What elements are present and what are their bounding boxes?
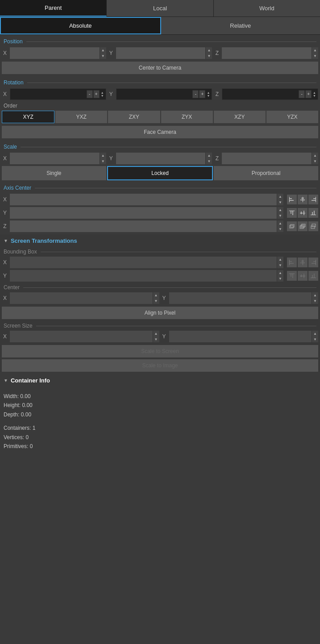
rotation-z-up[interactable]: ▲: [312, 91, 317, 94]
axis-center-y-down[interactable]: ▼: [277, 213, 283, 219]
rotation-z-minus[interactable]: -: [299, 90, 305, 98]
center-x-down[interactable]: ▼: [153, 298, 159, 304]
scale-x-arrows[interactable]: ▲ ▼: [100, 153, 106, 164]
bb-x-up[interactable]: ▲: [277, 257, 283, 262]
position-z-arrows[interactable]: ▲ ▼: [312, 47, 318, 59]
scale-z-up[interactable]: ▲: [312, 153, 318, 158]
scale-y-down[interactable]: ▼: [206, 158, 212, 164]
center-to-camera-button[interactable]: Center to Camera: [2, 62, 318, 74]
face-camera-button[interactable]: Face Camera: [2, 126, 318, 138]
center-y-up[interactable]: ▲: [312, 292, 318, 298]
bb-y-down[interactable]: ▼: [277, 276, 283, 282]
rotation-x-spinbox[interactable]: 164.9237 - + ▲ ▼: [10, 88, 106, 100]
rotation-y-up[interactable]: ▲: [206, 91, 211, 94]
layer-mid-icon[interactable]: [298, 221, 308, 231]
center-y-arrows[interactable]: ▲ ▼: [312, 292, 318, 304]
rotation-x-input[interactable]: 164.9237: [10, 89, 86, 100]
absolute-button[interactable]: Absolute: [0, 17, 161, 34]
axis-center-x-up[interactable]: ▲: [277, 194, 283, 199]
order-zxy-button[interactable]: ZXY: [108, 111, 160, 123]
container-info-chevron[interactable]: ▼: [4, 378, 8, 383]
order-xyz-button[interactable]: XYZ: [2, 111, 54, 123]
rotation-y-spinbox[interactable]: -13.9541 - + ▲ ▼: [116, 88, 212, 100]
rotation-x-up[interactable]: ▲: [100, 91, 105, 94]
world-mode-button[interactable]: World: [214, 0, 320, 17]
bb-x-down[interactable]: ▼: [277, 262, 283, 268]
order-xzy-button[interactable]: XZY: [214, 111, 266, 123]
axis-center-x-down[interactable]: ▼: [277, 199, 283, 205]
bb-align-top-icon[interactable]: [287, 271, 297, 281]
scale-z-spinbox[interactable]: 1.0 ▲ ▼: [222, 153, 318, 164]
scale-z-input[interactable]: 1.0: [222, 153, 312, 164]
axis-center-z-down[interactable]: ▼: [277, 226, 283, 232]
rotation-z-down[interactable]: ▼: [312, 94, 317, 97]
locked-scale-button[interactable]: Locked: [107, 166, 213, 180]
position-y-input[interactable]: 32.3307: [116, 47, 206, 59]
rotation-y-minus[interactable]: -: [192, 90, 199, 98]
position-x-arrows[interactable]: ▲ ▼: [100, 47, 106, 59]
order-zyx-button[interactable]: ZYX: [161, 111, 213, 123]
rotation-z-spinbox[interactable]: 65.4546 - + ▲ ▼: [222, 88, 318, 100]
rotation-y-spin[interactable]: ▲ ▼: [206, 91, 211, 97]
rotation-x-plus[interactable]: +: [93, 90, 100, 98]
position-x-up[interactable]: ▲: [100, 47, 106, 53]
screen-size-y-down[interactable]: ▼: [312, 337, 318, 342]
axis-center-x-arrows[interactable]: ▲ ▼: [277, 194, 283, 205]
center-y-down[interactable]: ▼: [312, 298, 318, 304]
center-x-spinbox[interactable]: 0 ▲ ▼: [10, 292, 159, 304]
scale-x-down[interactable]: ▼: [100, 158, 106, 164]
center-x-up[interactable]: ▲: [153, 292, 159, 298]
screen-size-x-arrows[interactable]: ▲ ▼: [153, 331, 159, 342]
screen-size-y-arrows[interactable]: ▲ ▼: [312, 331, 318, 342]
axis-center-y-up[interactable]: ▲: [277, 207, 283, 213]
bb-x-arrows[interactable]: ▲ ▼: [277, 257, 283, 268]
rotation-y-plus[interactable]: +: [199, 90, 205, 98]
axis-center-z-input[interactable]: 0.0: [10, 220, 277, 232]
align-center-h-icon[interactable]: [298, 195, 308, 204]
screen-size-y-spinbox[interactable]: 0 ▲ ▼: [169, 331, 319, 342]
axis-center-z-spinbox[interactable]: 0.0 ▲ ▼: [10, 220, 283, 232]
position-y-up[interactable]: ▲: [206, 47, 212, 53]
rotation-z-spin[interactable]: ▲ ▼: [312, 91, 317, 97]
position-x-down[interactable]: ▼: [100, 53, 106, 59]
axis-center-x-input[interactable]: 0.0: [10, 194, 277, 205]
screen-size-y-up[interactable]: ▲: [312, 331, 318, 337]
align-right-icon[interactable]: [308, 195, 318, 204]
center-x-input[interactable]: 0: [10, 292, 153, 304]
position-x-spinbox[interactable]: -152.4462 ▲ ▼: [10, 47, 106, 59]
position-y-spinbox[interactable]: 32.3307 ▲ ▼: [116, 47, 212, 59]
scale-to-image-button[interactable]: Scale to Image: [2, 359, 318, 372]
scale-z-down[interactable]: ▼: [312, 158, 318, 164]
position-z-down[interactable]: ▼: [312, 53, 318, 59]
screen-size-x-up[interactable]: ▲: [153, 331, 159, 337]
relative-button[interactable]: Relative: [161, 17, 320, 34]
scale-y-input[interactable]: 1.0: [116, 153, 206, 164]
bb-align-right-icon[interactable]: [308, 258, 318, 267]
layer-front-icon[interactable]: [287, 221, 297, 231]
position-z-spinbox[interactable]: 0.0 ▲ ▼: [222, 47, 318, 59]
axis-center-y-arrows[interactable]: ▲ ▼: [277, 207, 283, 219]
order-yzx-button[interactable]: YZX: [266, 111, 318, 123]
scale-y-up[interactable]: ▲: [206, 153, 212, 158]
axis-center-z-up[interactable]: ▲: [277, 220, 283, 226]
center-y-input[interactable]: 0: [169, 292, 312, 304]
bb-align-center-h-icon[interactable]: [298, 258, 308, 267]
position-z-input[interactable]: 0.0: [222, 47, 312, 59]
scale-y-spinbox[interactable]: 1.0 ▲ ▼: [116, 153, 212, 164]
rotation-z-plus[interactable]: +: [305, 90, 312, 98]
scale-x-input[interactable]: 1.0: [10, 153, 100, 164]
center-y-spinbox[interactable]: 0 ▲ ▼: [169, 292, 319, 304]
bb-y-up[interactable]: ▲: [277, 270, 283, 276]
rotation-z-input[interactable]: 65.4546: [222, 89, 298, 100]
position-y-arrows[interactable]: ▲ ▼: [205, 47, 212, 59]
center-x-arrows[interactable]: ▲ ▼: [153, 292, 159, 304]
axis-center-x-spinbox[interactable]: 0.0 ▲ ▼: [10, 194, 283, 205]
screen-size-x-input[interactable]: 0: [10, 331, 153, 342]
rotation-y-down[interactable]: ▼: [206, 94, 211, 97]
order-yxz-button[interactable]: YXZ: [55, 111, 107, 123]
bb-y-arrows[interactable]: ▲ ▼: [277, 270, 283, 282]
screen-transformations-header[interactable]: ▼ Screen Transformations: [0, 235, 320, 247]
bb-align-left-icon[interactable]: [287, 258, 297, 267]
screen-size-x-spinbox[interactable]: 0 ▲ ▼: [10, 331, 159, 342]
layer-back-icon[interactable]: [308, 221, 318, 231]
